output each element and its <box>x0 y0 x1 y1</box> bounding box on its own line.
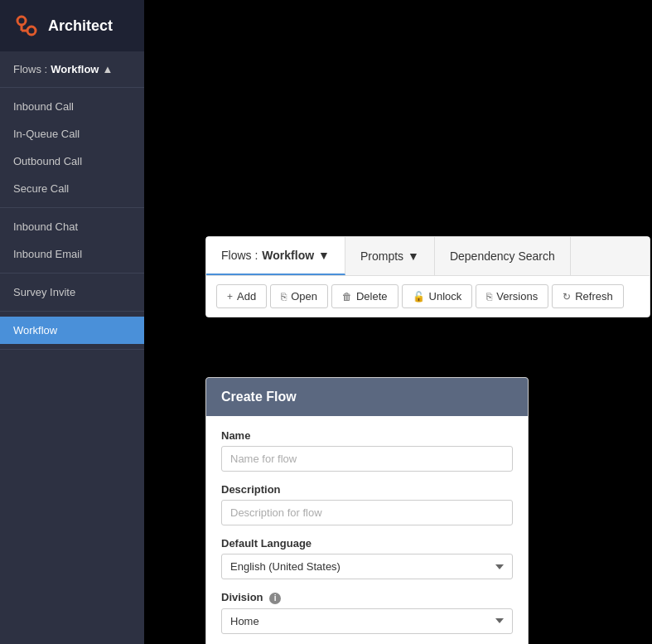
sidebar-nav-header[interactable]: Flows : Workflow ▲ <box>0 51 144 88</box>
sidebar-group-workflow: Workflow <box>0 312 144 350</box>
toolbar-panel: Flows : Workflow ▼ Prompts ▼ Dependency … <box>205 236 650 317</box>
name-field-group: Name <box>221 429 513 472</box>
tab-flows-workflow[interactable]: Flows : Workflow ▼ <box>206 237 345 275</box>
add-button[interactable]: + Add <box>216 284 267 308</box>
open-button[interactable]: ⎘ Open <box>270 284 328 308</box>
unlock-button[interactable]: 🔓 Unlock <box>402 284 473 308</box>
description-input[interactable] <box>221 500 513 525</box>
description-label: Description <box>221 483 513 496</box>
delete-icon: 🗑 <box>342 291 352 303</box>
sidebar-item-inbound-email[interactable]: Inbound Email <box>0 240 144 268</box>
name-input[interactable] <box>221 446 513 472</box>
name-label: Name <box>221 429 513 442</box>
dialog-header: Create Flow <box>206 378 528 416</box>
tab-dependency-search[interactable]: Dependency Search <box>435 237 571 275</box>
svg-point-1 <box>27 27 36 35</box>
refresh-icon: ↻ <box>563 291 571 303</box>
division-field-group: Division i Home <box>221 591 513 634</box>
unlock-icon: 🔓 <box>413 291 425 303</box>
description-field-group: Description <box>221 483 513 525</box>
add-label: Add <box>237 290 256 303</box>
svg-point-0 <box>17 17 26 25</box>
refresh-button[interactable]: ↻ Refresh <box>552 284 624 308</box>
versions-button[interactable]: ⎘ Versions <box>476 284 548 308</box>
sidebar-item-workflow[interactable]: Workflow <box>0 317 144 344</box>
tab-flows-prefix: Flows : <box>221 249 258 262</box>
unlock-label: Unlock <box>429 290 462 303</box>
sidebar-group-survey: Survey Invite <box>0 274 144 312</box>
division-label: Division i <box>221 591 513 604</box>
refresh-label: Refresh <box>575 290 613 303</box>
sidebar-group-calls: Inbound Call In-Queue Call Outbound Call… <box>0 88 144 208</box>
open-label: Open <box>291 290 317 303</box>
sidebar-item-outbound-call[interactable]: Outbound Call <box>0 148 144 175</box>
versions-icon: ⎘ <box>486 291 492 303</box>
main-area: Flows : Workflow ▼ Prompts ▼ Dependency … <box>144 0 652 644</box>
app-title: Architect <box>48 17 113 35</box>
language-select[interactable]: English (United States) <box>221 554 513 579</box>
open-icon: ⎘ <box>281 291 287 303</box>
dialog-title: Create Flow <box>221 390 297 404</box>
toolbar-buttons: + Add ⎘ Open 🗑 Delete 🔓 Unlock ⎘ Version… <box>206 276 650 317</box>
add-icon: + <box>227 291 233 303</box>
tab-prompts[interactable]: Prompts ▼ <box>345 237 435 275</box>
sidebar-item-inbound-chat[interactable]: Inbound Chat <box>0 213 144 240</box>
language-label: Default Language <box>221 537 513 550</box>
sidebar-item-secure-call[interactable]: Secure Call <box>0 175 144 202</box>
flows-workflow-label: Workflow <box>51 63 99 75</box>
sidebar-item-survey-invite[interactable]: Survey Invite <box>0 278 144 306</box>
tab-prompts-label: Prompts <box>360 249 403 263</box>
tab-dependency-label: Dependency Search <box>450 249 555 263</box>
sidebar-group-chat: Inbound Chat Inbound Email <box>0 208 144 274</box>
delete-button[interactable]: 🗑 Delete <box>331 284 398 308</box>
language-field-group: Default Language English (United States) <box>221 537 513 579</box>
tab-prompts-arrow-icon: ▼ <box>408 249 419 263</box>
division-info-icon[interactable]: i <box>269 593 281 604</box>
sidebar-item-inbound-call[interactable]: Inbound Call <box>0 93 144 120</box>
sidebar-item-in-queue-call[interactable]: In-Queue Call <box>0 120 144 148</box>
delete-label: Delete <box>356 290 388 303</box>
dialog-body: Name Description Default Language Englis… <box>206 416 528 644</box>
create-flow-dialog: Create Flow Name Description Default Lan… <box>205 377 529 644</box>
tab-workflow-arrow-icon: ▼ <box>318 249 330 262</box>
tab-workflow-bold: Workflow <box>262 249 314 262</box>
sidebar: Architect Flows : Workflow ▲ Inbound Cal… <box>0 0 144 644</box>
sidebar-header: Architect <box>0 0 144 51</box>
division-select[interactable]: Home <box>221 608 513 634</box>
toolbar-tabs: Flows : Workflow ▼ Prompts ▼ Dependency … <box>206 237 650 276</box>
architect-logo-icon <box>13 12 40 39</box>
nav-arrow-icon: ▲ <box>102 63 113 75</box>
versions-label: Versions <box>496 290 538 303</box>
flows-prefix: Flows : <box>13 63 47 75</box>
